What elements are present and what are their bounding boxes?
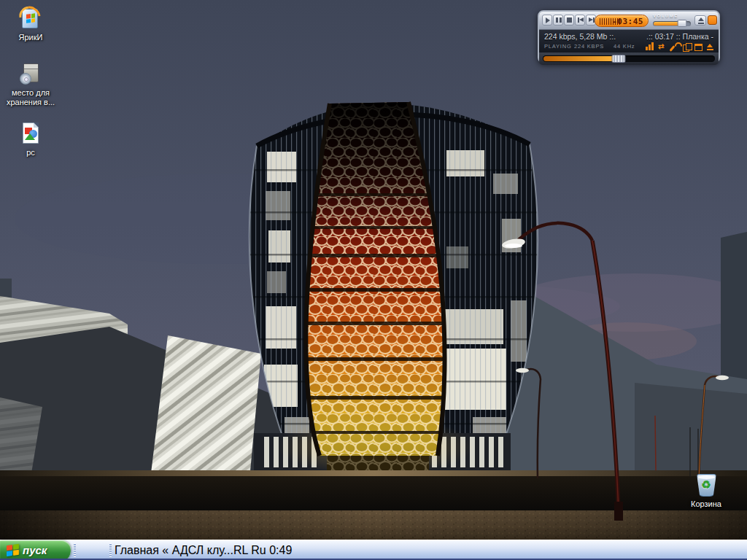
track-info-left: 224 kbps, 5,28 Mb ::. bbox=[544, 32, 616, 41]
wallpaper-art bbox=[0, 0, 747, 540]
play-button[interactable] bbox=[542, 15, 552, 26]
shuffle-icon[interactable] bbox=[658, 42, 667, 51]
seek-bar[interactable] bbox=[539, 52, 719, 65]
image-file-icon bbox=[18, 121, 43, 146]
desktop-icon-storage[interactable]: место для хранения в... bbox=[4, 61, 57, 107]
start-button[interactable]: пуск bbox=[0, 540, 71, 560]
taskbar: пуск Главная « АДСЛ клу... RL Ru 0:49 bbox=[0, 540, 747, 560]
icon-label: pc bbox=[4, 148, 57, 158]
eject-button[interactable] bbox=[694, 15, 706, 26]
quick-launch-handle[interactable] bbox=[74, 543, 76, 558]
bitrate-text: 224 KBPS bbox=[574, 43, 604, 50]
equalizer-icon[interactable] bbox=[646, 43, 654, 51]
firefox-icon[interactable] bbox=[80, 545, 92, 556]
playlist-copy-icon[interactable] bbox=[683, 43, 691, 51]
settings-wrench-icon[interactable] bbox=[670, 42, 679, 51]
samplerate-text: 44 KHz bbox=[614, 43, 635, 50]
seek-thumb[interactable] bbox=[611, 55, 625, 63]
time-display[interactable]: -03:45 bbox=[595, 15, 649, 27]
winamp-info-panel: 224 kbps, 5,28 Mb ::. .:: 03:17 :: Планк… bbox=[539, 30, 719, 52]
seek-fill bbox=[543, 56, 619, 61]
winamp-player: -03:45 VOLUME 224 kbps, 5,28 Mb ::. .:: … bbox=[538, 10, 720, 63]
volume-label: VOLUME bbox=[653, 14, 678, 18]
desktop-icon-recycle-bin[interactable]: Корзина bbox=[680, 472, 732, 509]
desktop-icon-yariki[interactable]: ЯрикИ bbox=[4, 6, 57, 42]
winamp-titlebar[interactable]: -03:45 VOLUME bbox=[539, 12, 719, 30]
clock[interactable]: 0:49 bbox=[269, 544, 292, 556]
start-label: пуск bbox=[23, 544, 47, 556]
system-tray: RL Ru 0:49 bbox=[233, 544, 292, 557]
pause-button[interactable] bbox=[553, 15, 563, 26]
icon-label: место для хранения в... bbox=[4, 88, 57, 107]
volume-thumb[interactable] bbox=[677, 20, 686, 27]
previous-button[interactable] bbox=[575, 15, 585, 26]
window-title: Главная « АДСЛ клу... bbox=[115, 544, 233, 556]
time-remaining: -03:45 bbox=[612, 17, 643, 26]
icon-label: Корзина bbox=[680, 499, 732, 509]
punto-lang-indicator[interactable]: RL bbox=[233, 544, 248, 556]
yariki-app-icon bbox=[18, 6, 43, 31]
desktop: ЯрикИ место для хранения в... pc Корзина bbox=[0, 0, 747, 540]
volume-slider[interactable] bbox=[653, 21, 691, 26]
window-mode-icon[interactable] bbox=[694, 44, 703, 51]
track-info-right: .:: 03:17 :: Планка - bbox=[646, 32, 713, 41]
icon-label: ЯрикИ bbox=[4, 33, 57, 42]
quick-launch bbox=[79, 545, 107, 556]
seek-track[interactable] bbox=[543, 55, 715, 62]
stop-button[interactable] bbox=[564, 15, 574, 26]
desktop-icon-pc[interactable]: pc bbox=[4, 121, 57, 158]
status-text: PLAYING bbox=[544, 43, 572, 50]
windows-logo-icon bbox=[7, 544, 19, 556]
open-file-eject-icon[interactable] bbox=[706, 43, 714, 51]
taskband-handle[interactable] bbox=[109, 543, 112, 558]
software-box-icon bbox=[18, 61, 43, 86]
language-indicator[interactable]: Ru bbox=[251, 544, 266, 556]
shade-button[interactable] bbox=[708, 15, 717, 25]
taskbar-window-button[interactable]: Главная « АДСЛ клу... bbox=[115, 544, 233, 557]
recycle-bin-icon bbox=[694, 472, 719, 497]
